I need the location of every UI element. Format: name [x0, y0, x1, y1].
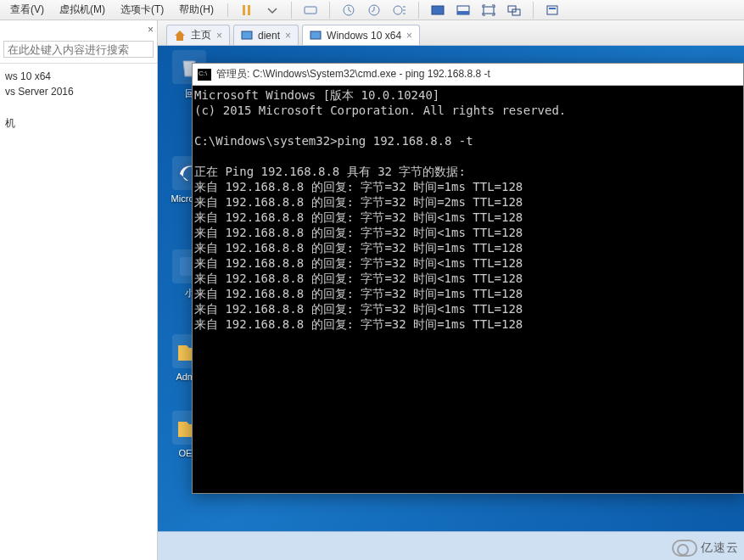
screen-small-icon	[456, 3, 470, 17]
expand-icon	[482, 3, 495, 17]
snapshot-manager-button[interactable]	[389, 1, 410, 20]
tab-close-button[interactable]: ×	[285, 30, 291, 42]
guest-taskbar[interactable]	[158, 531, 744, 560]
tab-label: 主页	[191, 28, 211, 42]
vm-icon	[241, 30, 253, 42]
chevron-down-icon	[266, 3, 279, 17]
fullscreen-button[interactable]	[478, 1, 499, 20]
search-input[interactable]	[3, 41, 154, 58]
dropdown-button[interactable]	[262, 1, 282, 20]
watermark-logo-icon	[672, 540, 697, 557]
menu-tabs[interactable]: 选项卡(T)	[115, 1, 169, 19]
svg-rect-1	[248, 5, 250, 15]
snapshot-revert-button[interactable]	[364, 1, 384, 20]
svg-rect-0	[243, 5, 245, 15]
cmd-body[interactable]: Microsoft Windows [版本 10.0.10240] (c) 20…	[193, 86, 743, 493]
fit-guest-button[interactable]	[428, 1, 448, 20]
clock-back-icon	[367, 3, 381, 17]
home-icon	[174, 30, 186, 42]
fit-window-button[interactable]	[453, 1, 473, 20]
menu-view[interactable]: 查看(V)	[5, 1, 49, 19]
menu-vm[interactable]: 虚拟机(M)	[54, 1, 110, 19]
menubar: 查看(V) 虚拟机(M) 选项卡(T) 帮助(H)	[0, 0, 744, 20]
pause-icon	[240, 3, 254, 17]
unity-icon	[507, 3, 521, 17]
sidebar-list: ws 10 x64 vs Server 2016 机	[0, 64, 157, 137]
svg-rect-6	[432, 6, 444, 14]
tab-windows-10-x64[interactable]: Windows 10 x64 ×	[302, 25, 420, 45]
vm-desktop[interactable]: 回 Micro Ec 小 Admin OEM 管	[158, 46, 744, 560]
library-icon	[545, 3, 559, 17]
sidebar-close-button[interactable]: ×	[148, 24, 154, 36]
clock-list-icon	[393, 3, 406, 17]
send-ctrl-alt-del-button[interactable]	[300, 1, 321, 20]
sidebar-item[interactable]: vs Server 2016	[5, 84, 152, 99]
keys-icon	[304, 3, 317, 17]
svg-rect-8	[457, 11, 469, 14]
cmd-window[interactable]: 管理员: C:\Windows\System32\cmd.exe - ping …	[192, 63, 744, 494]
cmd-title-text: 管理员: C:\Windows\System32\cmd.exe - ping …	[216, 67, 490, 81]
svg-rect-15	[310, 31, 321, 39]
tabbar: 主页 × dient × Windows 10 x64 ×	[158, 20, 744, 46]
tab-home[interactable]: 主页 ×	[166, 25, 230, 45]
search-row	[0, 20, 157, 64]
cmd-titlebar[interactable]: 管理员: C:\Windows\System32\cmd.exe - ping …	[193, 64, 743, 86]
tab-dient[interactable]: dient ×	[233, 25, 299, 45]
screen-icon	[431, 3, 445, 17]
tab-label: Windows 10 x64	[327, 30, 401, 42]
vm-area: 主页 × dient × Windows 10 x64 × 回 Mi	[158, 20, 744, 560]
pause-button[interactable]	[237, 1, 257, 20]
content-area: × ws 10 x64 vs Server 2016 机 主页 × dient …	[0, 20, 744, 560]
vm-icon	[310, 30, 322, 42]
svg-rect-12	[547, 6, 557, 14]
tab-close-button[interactable]: ×	[406, 30, 412, 42]
library-button[interactable]	[542, 1, 562, 20]
snapshot-button[interactable]	[338, 1, 359, 20]
tab-close-button[interactable]: ×	[216, 30, 222, 42]
watermark: 亿速云	[672, 540, 739, 557]
svg-rect-14	[242, 31, 252, 39]
tab-label: dient	[258, 30, 280, 42]
svg-rect-2	[305, 7, 316, 14]
sidebar: × ws 10 x64 vs Server 2016 机	[0, 20, 158, 560]
sidebar-item[interactable]: ws 10 x64	[5, 69, 152, 84]
watermark-text: 亿速云	[701, 540, 739, 556]
menu-help[interactable]: 帮助(H)	[174, 1, 219, 19]
unity-button[interactable]	[504, 1, 524, 20]
svg-rect-13	[549, 8, 556, 9]
toolbar-separator	[329, 2, 330, 19]
cmd-icon	[198, 69, 211, 81]
toolbar-separator	[291, 2, 292, 19]
svg-point-5	[394, 6, 402, 14]
sidebar-item[interactable]: 机	[5, 115, 152, 132]
toolbar-separator	[418, 2, 419, 19]
svg-rect-9	[484, 7, 494, 14]
toolbar-separator	[533, 2, 534, 19]
menu-separator	[227, 3, 228, 17]
clock-icon	[342, 3, 355, 17]
